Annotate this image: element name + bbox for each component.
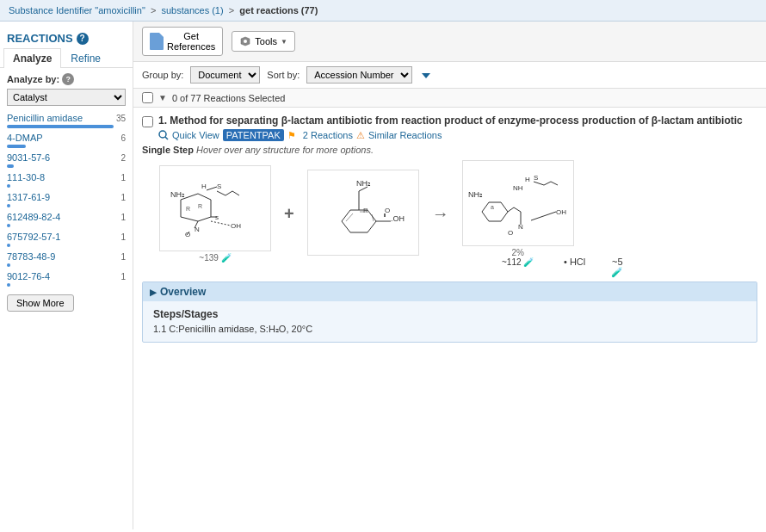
molecule-svg-1: NH₂ H S [164,170,267,247]
yield-label: 2% [511,248,523,257]
filter-bar-4 [7,204,10,207]
reactions-count-link[interactable]: 2 Reactions [303,130,353,140]
analyze-by-section: Analyze by: ? Catalyst [0,68,133,111]
molecule-img-2[interactable]: NH₂ R [307,170,419,256]
filter-count-6: 1 [120,232,126,242]
quick-view-link[interactable]: Quick View [172,130,219,140]
filter-count-0: 35 [116,114,126,123]
hover-text: Hover over any structure for more option… [196,145,374,155]
filter-name-5[interactable]: 612489-82-4 [7,212,60,222]
show-more-button[interactable]: Show More [7,294,74,312]
tab-refine[interactable]: Refine [61,48,110,68]
breadcrumb: Substance Identifier "amoxicillin" > sub… [0,0,766,22]
sort-by-select[interactable]: Accession Number [306,66,412,84]
steps-stages-heading: Steps/Stages [153,308,746,320]
molecule-img-1[interactable]: NH₂ H S [159,165,271,251]
reactions-help-icon[interactable]: ? [77,33,89,45]
svg-line-9 [198,194,211,200]
filter-item-1: 4-DMAP 6 [0,131,133,145]
svg-point-2 [159,131,166,138]
get-references-label: GetReferences [167,31,215,52]
filter-item-4: 1317-61-9 1 [0,190,133,204]
patent-link[interactable]: PATENTPAK [223,129,284,141]
filter-name-4[interactable]: 1317-61-9 [7,192,50,202]
breadcrumb-substance-link[interactable]: Substance Identifier "amoxicillin" [9,5,145,15]
byproduct-small: ~5 🧪 [611,257,623,278]
mol4-label: ~5 [612,257,623,267]
svg-line-54 [551,182,558,185]
similar-reactions-link[interactable]: Similar Reactions [368,130,442,140]
sidebar-title: REACTIONS [7,32,73,45]
svg-text:.OH: .OH [391,214,405,223]
flask-icon-small: 🧪 [611,267,623,278]
document-icon [150,33,164,50]
filter-item-2: 9031-57-6 2 [0,151,133,164]
breadcrumb-substances-link[interactable]: substances (1) [162,5,224,15]
patent-warning-icon: ⚑ [287,130,296,141]
filter-name-8[interactable]: 9012-76-4 [7,271,50,281]
get-references-button[interactable]: GetReferences [142,27,223,56]
svg-point-0 [244,40,247,43]
svg-text:H: H [525,176,530,183]
tools-button[interactable]: Tools ▼ [232,31,295,52]
reaction-step-label: Single Step Hover over any structure for… [142,145,757,155]
byproducts: • HCl ~5 🧪 [564,257,757,278]
reaction-number-1: 1. [158,114,167,127]
molecule-1: NH₂ H S [159,165,271,263]
analyze-by-label: Analyze by: ? [7,73,126,85]
reaction-diagram: NH₂ H S [159,160,757,267]
filter-name-6[interactable]: 675792-57-1 [7,232,60,242]
analyze-by-select[interactable]: Catalyst [7,89,126,106]
filter-count-4: 1 [120,193,126,202]
group-by-select[interactable]: Document [190,66,260,84]
svg-marker-29 [342,210,376,232]
svg-line-52 [534,182,544,185]
select-all-checkbox[interactable] [142,92,153,103]
filter-name-2[interactable]: 9031-57-6 [7,152,50,163]
overview-header[interactable]: ▶ Overview [143,282,757,301]
svg-text:OH: OH [231,222,241,230]
filter-name-0[interactable]: Penicillin amidase [7,113,83,123]
filter-bar-6 [7,244,10,247]
molecule-3: NH₂ NH H S a OH [462,160,574,267]
reaction-links-1: Quick View PATENTPAK ⚑ 2 Reactions ⚠ Sim… [158,129,743,141]
tab-analyze[interactable]: Analyze [3,48,61,68]
filter-count-8: 1 [120,272,126,281]
filter-list: Penicillin amidase 35 4-DMAP 6 9031-57-6… [0,111,133,289]
filter-name-7[interactable]: 78783-48-9 [7,251,55,262]
selection-count: 0 of 77 Reactions Selected [172,93,285,103]
select-dropdown-arrow[interactable]: ▼ [158,93,167,102]
svg-line-6 [207,187,217,190]
reaction-checkbox-1[interactable] [142,116,153,127]
svg-marker-1 [422,73,430,78]
filter-count-2: 2 [120,153,126,163]
svg-line-46 [508,207,514,212]
svg-text:S: S [534,174,538,182]
svg-text:OH: OH [556,208,566,216]
tools-dropdown-arrow: ▼ [281,38,287,46]
molecule-svg-2: NH₂ R [312,174,415,251]
filter-bar-8 [7,283,10,287]
svg-text:a: a [491,204,494,210]
svg-line-12 [181,217,198,221]
filter-item-8: 9012-76-4 1 [0,269,133,283]
svg-marker-43 [482,202,508,221]
svg-line-3 [165,137,168,139]
svg-text:NH₂: NH₂ [170,190,185,199]
svg-line-25 [225,191,232,195]
svg-line-24 [217,191,225,195]
plus-operator: + [284,204,294,224]
reaction-item-1: 1. Method for separating β-lactam antibi… [142,114,757,343]
similar-reactions-icon: ⚠ [356,130,365,141]
filter-item-0: Penicillin amidase 35 [0,111,133,125]
filter-sort-row: Group by: Document Sort by: Accession Nu… [133,62,766,89]
filter-name-3[interactable]: 111-30-8 [7,172,45,182]
filter-name-1[interactable]: 4-DMAP [7,133,43,143]
sort-direction-icon[interactable] [419,68,433,82]
filter-item-5: 612489-82-4 1 [0,210,133,224]
analyze-by-help-icon[interactable]: ? [62,73,74,85]
molecule-img-3[interactable]: NH₂ NH H S a OH [462,160,574,246]
overview-title: Overview [160,286,206,298]
svg-text:R: R [186,206,190,212]
step-detail: 1.1 C:Penicillin amidase, S:H₂O, 20°C [153,324,746,335]
